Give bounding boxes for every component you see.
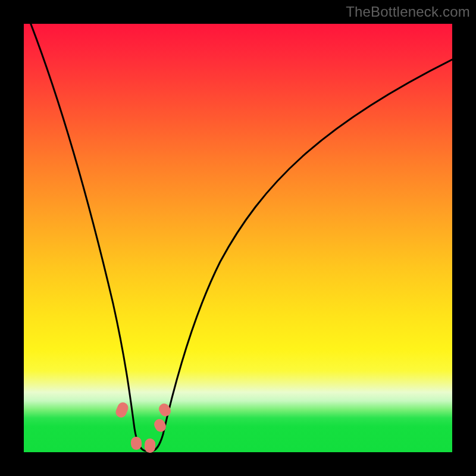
outer-frame: TheBottleneck.com	[0, 0, 476, 476]
plot-area	[24, 24, 452, 452]
curve-svg	[24, 24, 452, 452]
marker-m3	[145, 439, 156, 453]
bottleneck-curve	[24, 24, 452, 451]
watermark-text: TheBottleneck.com	[346, 4, 470, 20]
